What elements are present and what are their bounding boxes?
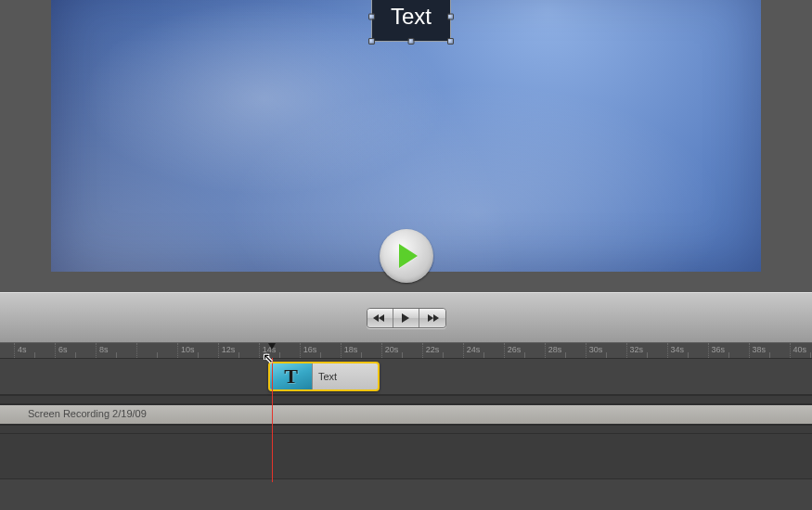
ruler-tick-label: 30s <box>589 345 603 354</box>
ruler-tick: 8s <box>96 343 97 358</box>
ruler-tick-label: 12s <box>222 345 236 354</box>
ruler-tick: 38s <box>749 343 750 358</box>
ruler-tick-label: 22s <box>426 345 440 354</box>
text-clip[interactable]: T Text <box>268 362 380 391</box>
track-text[interactable]: T Text <box>0 358 812 395</box>
ruler-tick: 32s <box>626 343 627 358</box>
ruler-tick: 22s <box>422 343 423 358</box>
ruler-tick: 4s <box>14 343 15 358</box>
ruler-tick: 26s <box>504 343 505 358</box>
text-annotation[interactable]: Text <box>371 0 451 42</box>
ruler-tick-label: 36s <box>712 345 726 354</box>
preview-canvas[interactable]: Text <box>51 0 761 272</box>
track-spacer-2 <box>0 425 812 434</box>
fast-forward-button[interactable] <box>419 309 445 327</box>
ruler-tick-label: 28s <box>548 345 562 354</box>
timeline-empty-area[interactable] <box>0 478 812 510</box>
timeline-ruler[interactable]: 4s6s8s10s12s14s16s18s20s22s24s26s28s30s3… <box>0 343 812 358</box>
ruler-tick: 30s <box>586 343 586 358</box>
play-icon <box>399 244 418 268</box>
resize-handle-w[interactable] <box>368 14 375 20</box>
ruler-tick: 36s <box>708 343 709 358</box>
ruler-tick: 34s <box>667 343 668 358</box>
text-annotation-content[interactable]: Text <box>391 4 432 30</box>
resize-handle-se[interactable] <box>447 38 454 45</box>
resize-handle-s[interactable] <box>408 38 415 45</box>
ruler-tick-label: 6s <box>58 345 68 354</box>
ruler-tick-label: 14s <box>263 345 277 354</box>
ruler-tick-label: 18s <box>344 345 358 354</box>
text-clip-label: Text <box>318 371 337 382</box>
ruler-tick-label: 38s <box>753 345 767 354</box>
rewind-button[interactable] <box>367 309 393 327</box>
ruler-tick: 14s <box>259 343 260 358</box>
ruler-tick: 6s <box>55 343 56 358</box>
ruler-tick: 20s <box>381 343 382 358</box>
timeline-tracks: T Text Screen Recording 2/19/09 <box>0 358 812 510</box>
track-spacer <box>0 395 812 404</box>
ruler-tick-label: 40s <box>793 345 807 354</box>
ruler-tick-label: 32s <box>630 345 644 354</box>
ruler-tick-label: 8s <box>99 345 109 354</box>
video-clip-label: Screen Recording 2/19/09 <box>28 408 147 419</box>
ruler-tick: 24s <box>463 343 464 358</box>
ruler-tick-label: 10s <box>181 345 195 354</box>
ruler-tick-label: 24s <box>467 345 481 354</box>
ruler-tick: 18s <box>341 343 342 358</box>
ruler-tick <box>136 343 137 358</box>
resize-handle-sw[interactable] <box>368 38 375 45</box>
transport-bar <box>0 292 812 343</box>
ruler-tick-label: 34s <box>671 345 685 354</box>
ruler-tick: 12s <box>218 343 219 358</box>
canvas-area: Text <box>0 0 812 292</box>
track-video[interactable]: Screen Recording 2/19/09 <box>0 404 812 425</box>
ruler-tick-label: 20s <box>385 345 399 354</box>
ruler-tick: 10s <box>177 343 178 358</box>
text-clip-icon: T <box>284 364 298 389</box>
transport-controls <box>367 308 446 328</box>
play-button[interactable] <box>393 309 419 327</box>
canvas-play-button[interactable] <box>380 229 433 283</box>
ruler-tick-label: 26s <box>508 345 522 354</box>
ruler-tick: 16s <box>300 343 301 358</box>
text-clip-thumb: T <box>270 363 313 389</box>
ruler-tick: 40s <box>790 343 791 358</box>
ruler-tick-label: 16s <box>303 345 317 354</box>
ruler-tick-label: 4s <box>18 345 27 354</box>
ruler-tick: 28s <box>545 343 546 358</box>
resize-handle-e[interactable] <box>447 14 454 20</box>
